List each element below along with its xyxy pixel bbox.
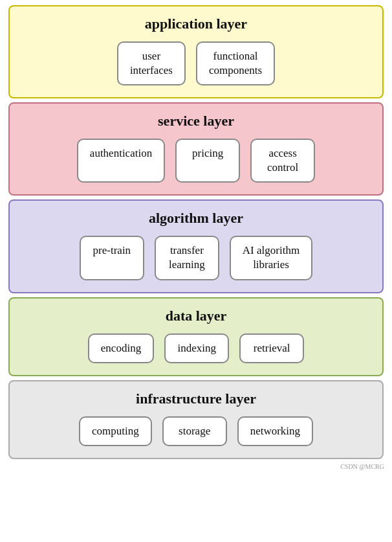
application-layer-title: application layer <box>145 16 247 32</box>
data-layer: data layerencodingindexingretrieval <box>8 297 384 376</box>
infrastructure-layer-items-row: computingstoragenetworking <box>79 416 313 446</box>
algorithm-layer-item-1: transfer learning <box>155 236 219 280</box>
layers-container: application layeruser interfacesfunction… <box>8 5 384 459</box>
data-layer-item-1: indexing <box>164 333 229 363</box>
algorithm-layer-title: algorithm layer <box>149 210 243 227</box>
infrastructure-layer-item-2: networking <box>237 416 313 446</box>
algorithm-layer-items-row: pre-traintransfer learningAI algorithm l… <box>80 236 312 280</box>
data-layer-items-row: encodingindexingretrieval <box>88 333 304 363</box>
service-layer: service layerauthenticationpricingaccess… <box>8 102 384 196</box>
data-layer-item-2: retrieval <box>239 333 304 363</box>
infrastructure-layer-title: infrastructure layer <box>136 390 256 407</box>
infrastructure-layer-item-1: storage <box>162 416 227 446</box>
service-layer-item-1: pricing <box>175 139 240 183</box>
application-layer-items-row: user interfacesfunctional components <box>117 41 275 85</box>
application-layer-item-1: functional components <box>196 41 275 85</box>
service-layer-item-2: access control <box>250 139 315 183</box>
application-layer-item-0: user interfaces <box>117 41 186 85</box>
service-layer-items-row: authenticationpricingaccess control <box>77 139 315 183</box>
infrastructure-layer-item-0: computing <box>79 416 152 446</box>
data-layer-item-0: encoding <box>88 333 154 363</box>
watermark: CSDN @MCRG <box>340 463 384 470</box>
algorithm-layer: algorithm layerpre-traintransfer learnin… <box>8 199 384 293</box>
service-layer-title: service layer <box>158 113 234 130</box>
data-layer-title: data layer <box>166 308 227 324</box>
infrastructure-layer: infrastructure layercomputingstoragenetw… <box>8 380 384 459</box>
algorithm-layer-item-0: pre-train <box>80 236 144 280</box>
service-layer-item-0: authentication <box>77 139 165 183</box>
algorithm-layer-item-2: AI algorithm libraries <box>230 236 312 280</box>
application-layer: application layeruser interfacesfunction… <box>8 5 384 98</box>
